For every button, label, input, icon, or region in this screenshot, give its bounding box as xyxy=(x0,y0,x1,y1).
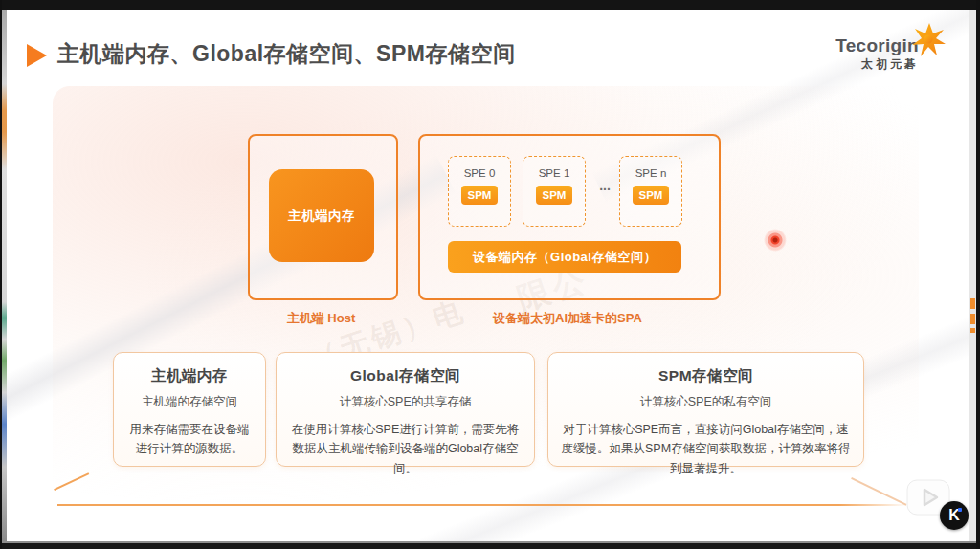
laser-pointer-dot xyxy=(764,229,787,252)
spe-label: SPE 1 xyxy=(539,167,570,179)
host-memory-box: 主机端内存 xyxy=(269,169,374,262)
k-badge-dot xyxy=(958,508,962,512)
device-caption: 设备端太初AI加速卡的SPA xyxy=(418,310,717,327)
card-title: Global存储空间 xyxy=(288,366,523,386)
footer-line-tick xyxy=(54,472,89,491)
k-player-badge[interactable]: K xyxy=(940,501,969,530)
host-caption: 主机端 Host xyxy=(248,310,394,327)
card-body: 对于计算核心SPE而言，直接访问Global存储空间，速度缓慢。如果从SPM存储… xyxy=(560,420,852,478)
card-subtitle: 计算核心SPE的共享存储 xyxy=(288,394,523,410)
card-title: 主机端内存 xyxy=(125,366,254,386)
card-subtitle: 主机端的存储空间 xyxy=(125,394,254,410)
spm-memory-chip: SPM xyxy=(633,186,669,205)
letterbox-bottom-bar xyxy=(0,541,980,549)
card-body: 在使用计算核心SPE进行计算前，需要先将数据从主机端传输到设备端的Global存… xyxy=(288,420,523,478)
left-desktop-sliver xyxy=(2,10,7,541)
spe-label: SPE 0 xyxy=(464,167,496,179)
spe-core-box: SPE 1 SPM xyxy=(523,156,586,227)
footer-line-fade xyxy=(851,477,906,505)
slide-stage: 限公 （无锡）电 主机端内存、Global存储空间、SPM存储空间 Tecori… xyxy=(0,0,980,549)
spe-core-box: SPE 0 SPM xyxy=(448,156,511,227)
tecorigin-logo-icon xyxy=(909,21,947,59)
spm-memory-chip: SPM xyxy=(536,186,572,205)
footer-line xyxy=(57,504,907,506)
info-card-spm-memory: SPM存储空间 计算核心SPE的私有空间 对于计算核心SPE而言，直接访问Glo… xyxy=(547,352,864,467)
brand-name-cn: 太初元碁 xyxy=(823,56,919,73)
right-edge-bar xyxy=(976,0,980,549)
info-card-host-memory: 主机端内存 主机端的存储空间 用来存储需要在设备端进行计算的源数据。 xyxy=(113,352,266,467)
spe-ellipsis: ... xyxy=(593,178,616,193)
title-bullet-triangle-icon xyxy=(27,44,47,67)
right-edge-marks xyxy=(970,298,975,333)
brand-block: Tecorigin 太初元碁 xyxy=(823,36,919,73)
card-body: 用来存储需要在设备端进行计算的源数据。 xyxy=(125,420,254,459)
right-edge-strip xyxy=(969,10,976,541)
letterbox-top-bar xyxy=(0,0,980,10)
brand-name: Tecorigin xyxy=(823,36,919,55)
info-card-global-memory: Global存储空间 计算核心SPE的共享存储 在使用计算核心SPE进行计算前，… xyxy=(276,352,535,467)
spm-memory-chip: SPM xyxy=(461,186,498,205)
card-subtitle: 计算核心SPE的私有空间 xyxy=(560,394,852,410)
spe-label: SPE n xyxy=(635,167,667,179)
global-memory-bar: 设备端内存（Global存储空间） xyxy=(448,241,681,273)
spe-core-box: SPE n SPM xyxy=(619,156,682,227)
card-title: SPM存储空间 xyxy=(560,366,852,386)
page-title: 主机端内存、Global存储空间、SPM存储空间 xyxy=(57,39,515,69)
